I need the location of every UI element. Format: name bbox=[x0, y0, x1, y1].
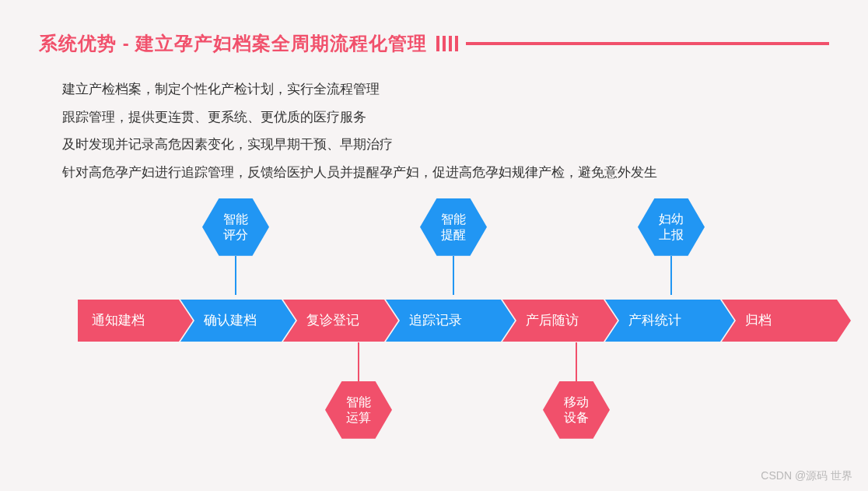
connector-line bbox=[235, 256, 236, 295]
watermark: CSDN @源码 世界 bbox=[761, 469, 852, 483]
flow-step: 产科统计 bbox=[605, 300, 720, 342]
hex-line1: 智能 bbox=[346, 395, 371, 410]
flow-step: 归档 bbox=[722, 300, 837, 342]
hex-line2: 设备 bbox=[564, 410, 589, 426]
hex-line1: 智能 bbox=[223, 212, 248, 227]
connector-line bbox=[670, 256, 672, 295]
hex-line2: 提醒 bbox=[441, 227, 466, 243]
flow-step-label: 通知建档 bbox=[92, 311, 145, 329]
flow-diagram: 智能 评分 智能 提醒 妇幼 上报 通知建档 确认建档 复诊登记 追踪记录 bbox=[39, 206, 829, 455]
connector-line bbox=[453, 256, 454, 295]
desc-line: 及时发现并记录高危因素变化，实现早期干预、早期治疗 bbox=[62, 131, 829, 159]
process-flow-row: 通知建档 确认建档 复诊登记 追踪记录 产后随访 产科统计 归档 bbox=[78, 300, 838, 342]
hex-line1: 妇幼 bbox=[659, 212, 684, 227]
callout-top: 妇幼 上报 bbox=[638, 198, 705, 295]
hex-node: 妇幼 上报 bbox=[638, 198, 705, 256]
hex-node: 移动 设备 bbox=[543, 381, 610, 439]
flow-step-label: 追踪记录 bbox=[409, 311, 462, 329]
hex-line1: 智能 bbox=[441, 212, 466, 227]
title-bars-icon bbox=[436, 36, 458, 51]
title-divider bbox=[466, 42, 829, 45]
callout-top: 智能 提醒 bbox=[420, 198, 487, 295]
hex-line1: 移动 bbox=[564, 395, 589, 410]
hex-node: 智能 评分 bbox=[202, 198, 269, 256]
title-row: 系统优势 - 建立孕产妇档案全周期流程化管理 bbox=[39, 31, 829, 56]
flow-step-label: 复诊登记 bbox=[306, 311, 359, 329]
description-block: 建立产检档案，制定个性化产检计划，实行全流程管理 跟踪管理，提供更连贯、更系统、… bbox=[62, 75, 829, 187]
flow-step-label: 产后随访 bbox=[526, 311, 579, 329]
hex-line2: 评分 bbox=[223, 227, 248, 243]
hex-node: 智能 运算 bbox=[325, 381, 392, 439]
flow-step: 追踪记录 bbox=[386, 300, 501, 342]
flow-step-label: 产科统计 bbox=[628, 311, 681, 329]
flow-step: 产后随访 bbox=[502, 300, 604, 342]
flow-step-label: 归档 bbox=[745, 311, 772, 329]
desc-line: 建立产检档案，制定个性化产检计划，实行全流程管理 bbox=[62, 75, 829, 103]
hex-line2: 运算 bbox=[346, 410, 371, 426]
flow-step: 确认建档 bbox=[180, 300, 282, 342]
hex-line2: 上报 bbox=[659, 227, 684, 243]
hex-node: 智能 提醒 bbox=[420, 198, 487, 256]
connector-line bbox=[576, 342, 577, 381]
desc-line: 针对高危孕产妇进行追踪管理，反馈给医护人员并提醒孕产妇，促进高危孕妇规律产检，避… bbox=[62, 159, 829, 187]
callout-top: 智能 评分 bbox=[202, 198, 269, 295]
desc-line: 跟踪管理，提供更连贯、更系统、更优质的医疗服务 bbox=[62, 103, 829, 132]
flow-step: 通知建档 bbox=[78, 300, 179, 342]
flow-step-label: 确认建档 bbox=[204, 311, 257, 329]
connector-line bbox=[358, 342, 359, 381]
page-title: 系统优势 - 建立孕产妇档案全周期流程化管理 bbox=[39, 31, 427, 56]
callout-bottom: 移动 设备 bbox=[543, 342, 610, 439]
flow-step: 复诊登记 bbox=[283, 300, 384, 342]
callout-bottom: 智能 运算 bbox=[325, 342, 392, 439]
